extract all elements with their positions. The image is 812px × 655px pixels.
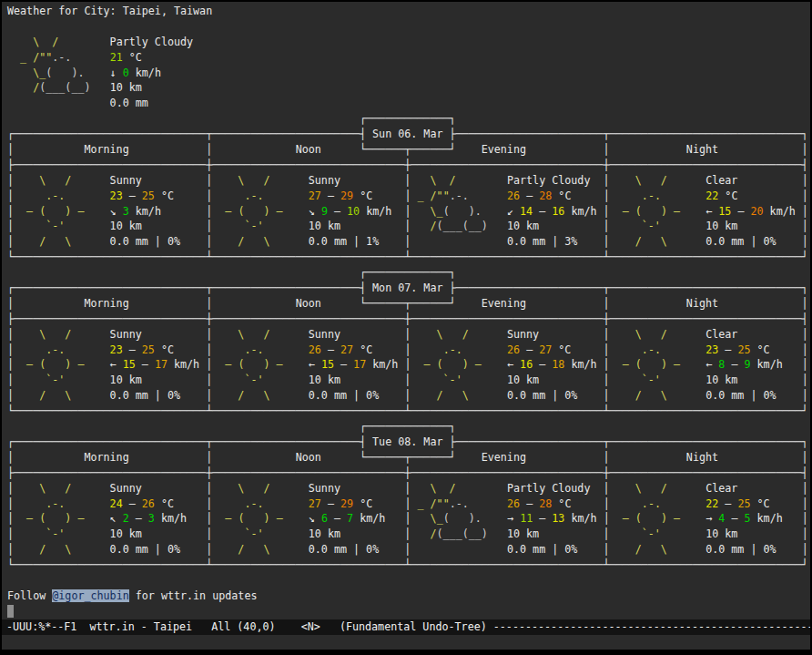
terminal-text: / \ [14, 235, 96, 248]
terminal-text [693, 358, 705, 371]
terminal-text: (___(__) [39, 81, 96, 94]
terminal-text: \ / [212, 174, 295, 187]
terminal-text: km/h [155, 512, 187, 525]
terminal-text: \_ [411, 205, 442, 218]
terminal-text: 10 km [110, 220, 142, 232]
terminal-text: 0.0 mm | 0% [309, 389, 379, 402]
terminal-text [340, 220, 404, 232]
terminal-text: │ [604, 497, 610, 510]
terminal-text: 27 [309, 189, 321, 202]
terminal-text: / \ [610, 235, 693, 248]
terminal-text: │ [604, 389, 610, 402]
terminal-text [7, 67, 14, 79]
terminal-text: \ / [411, 174, 493, 187]
terminal-text [737, 189, 801, 202]
terminal-text: 5 [745, 512, 751, 525]
terminal-text: – [520, 189, 539, 202]
terminal-text [379, 389, 404, 402]
terminal-text: 15 [123, 358, 136, 371]
terminal-text: 26 [507, 497, 520, 510]
terminal-text: °C [353, 343, 372, 356]
terminal-line: │ .-. 23 – 25 °C │ .-. 26 – 27 °C │ .-. … [7, 343, 810, 358]
terminal-text: 0.0 mm | 0% [507, 389, 577, 402]
terminal-text [296, 220, 309, 232]
terminal-text: ┌─────────────┐ [7, 112, 456, 125]
terminal-text [494, 174, 507, 187]
terminal-text [494, 482, 507, 495]
terminal-text: .-. [411, 343, 493, 356]
terminal-text [597, 512, 604, 525]
terminal-line [7, 19, 810, 35]
terminal-text: 16 [552, 205, 564, 218]
terminal-text: 13 [552, 512, 564, 525]
terminal-text [174, 343, 206, 356]
terminal-text [693, 205, 705, 218]
terminal-text: 26 [507, 189, 520, 202]
terminal-text: 18 [552, 358, 564, 371]
terminal-text [577, 389, 603, 402]
terminal-text: │ [802, 512, 808, 525]
terminal-text [693, 497, 705, 510]
terminal-text: Partly Cloudy [507, 174, 590, 187]
terminal-text: 10 km [507, 220, 539, 232]
terminal-line: ┌──────────────────────────────┬────────… [7, 127, 810, 142]
terminal-text: 28 [539, 497, 552, 510]
terminal-text: – [123, 343, 142, 356]
terminal-text [142, 374, 206, 386]
terminal-text: – ( ) – [212, 358, 295, 371]
terminal-line: │ / \ 0.0 mm | 0% │ / \ 0.0 mm | 0% │ / … [7, 388, 810, 404]
terminal-text: │ [604, 220, 610, 232]
terminal-text: .-. [14, 497, 96, 510]
terminal-text [142, 174, 206, 187]
text-cursor [7, 605, 14, 618]
terminal-text [97, 36, 110, 48]
terminal-line: │ \ / Sunny │ \ / Sunny │ \ / Partly Clo… [7, 481, 810, 496]
terminal-text [539, 527, 603, 540]
terminal-line: Weather for City: Taipei, Taiwan [7, 4, 810, 19]
terminal-text [796, 205, 802, 218]
terminal-text: km/h [564, 512, 596, 525]
terminal-text: .-. [610, 497, 693, 510]
terminal-text: 20 [750, 205, 763, 218]
terminal-text: 14 [520, 205, 533, 218]
terminal-line: │ / \ 0.0 mm | 0% │ / \ 0.0 mm | 1% │ 0.… [7, 234, 810, 250]
terminal-text: / \ [14, 389, 96, 402]
terminal-text: 29 [340, 497, 353, 510]
terminal-text: 26 [142, 497, 155, 510]
terminal-text: → [705, 512, 718, 525]
terminal-text [97, 374, 110, 386]
twitter-handle-link[interactable]: @igor_chubin [52, 589, 128, 602]
terminal-text: 10 km [507, 374, 539, 386]
terminal-line: │ – ( ) – ← 15 – 17 km/h │ – ( ) – ← 15 … [7, 357, 810, 373]
terminal-text [296, 374, 309, 386]
terminal-text: .-. [14, 189, 96, 202]
terminal-text: │ [604, 205, 610, 218]
terminal-line: ┌──────────────────────────────┬────────… [7, 281, 810, 296]
terminal-text: 15 [321, 358, 334, 371]
date-box: ┌──────────────────────────────┬────────… [7, 435, 808, 448]
terminal-text: │ [802, 543, 808, 556]
terminal-text: 23 [110, 189, 123, 202]
terminal-text: 10 km [110, 374, 142, 386]
terminal-text: ← [705, 358, 718, 371]
terminal-text: – [533, 358, 552, 371]
terminal-line: Follow @igor_chubin for wttr.in updates [7, 588, 810, 604]
terminal-text [737, 328, 801, 341]
terminal-line: │ Morning │ Noon └──────┬──────┘ Evening… [7, 296, 810, 312]
terminal-text [539, 374, 603, 386]
terminal-text: │ [802, 235, 808, 248]
echo-area[interactable] [2, 635, 810, 650]
terminal-text: Follow [7, 589, 52, 602]
terminal-text [693, 527, 705, 540]
terminal-text [97, 235, 110, 248]
terminal-line: ┌─────────────┐ [7, 419, 810, 435]
terminal-line: _ /"".-. 21 °C [7, 50, 810, 66]
terminal-text: Sunny [110, 328, 142, 341]
terminal-text: `-' [14, 527, 96, 540]
terminal-text: │ [7, 205, 14, 218]
terminal-text [494, 235, 507, 248]
terminal-text [776, 389, 802, 402]
terminal-text: 10 km [705, 374, 737, 386]
terminal-text [737, 374, 801, 386]
terminal-text: for wttr.in updates [129, 589, 258, 602]
